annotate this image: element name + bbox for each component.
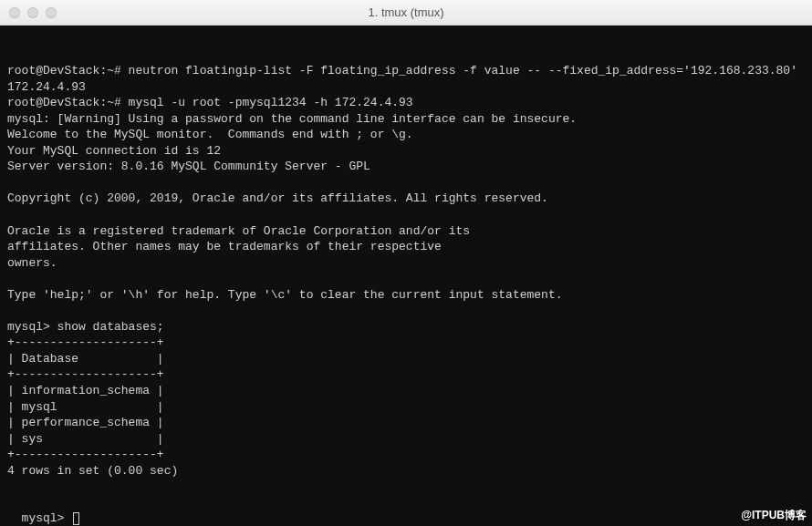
traffic-lights <box>0 7 57 18</box>
terminal-line <box>7 479 805 495</box>
terminal-line: mysql: [Warning] Using a password on the… <box>7 111 805 128</box>
close-icon[interactable] <box>9 7 20 18</box>
window-titlebar: 1. tmux (tmux) <box>0 0 812 26</box>
terminal-line: Your MySQL connection id is 12 <box>7 143 805 160</box>
terminal-line: Welcome to the MySQL monitor. Commands e… <box>7 127 805 143</box>
terminal-line: Oracle is a registered trademark of Orac… <box>7 223 805 240</box>
terminal-line: | information_schema | <box>7 383 805 399</box>
terminal-pane[interactable]: root@DevStack:~# neutron floatingip-list… <box>0 26 812 526</box>
terminal-line: +--------------------+ <box>7 335 805 351</box>
terminal-line: | Database | <box>7 351 805 367</box>
terminal-line: owners. <box>7 255 805 272</box>
minimize-icon[interactable] <box>27 7 38 18</box>
watermark: @ITPUB博客 <box>741 508 807 522</box>
window-title: 1. tmux (tmux) <box>368 5 443 21</box>
terminal-line: Copyright (c) 2000, 2019, Oracle and/or … <box>7 191 805 207</box>
terminal-output: root@DevStack:~# neutron floatingip-list… <box>7 63 805 495</box>
terminal-line: affiliates. Other names may be trademark… <box>7 239 805 255</box>
terminal-line <box>7 303 805 319</box>
terminal-line: | mysql | <box>7 399 805 416</box>
terminal-prompt: mysql> <box>22 511 65 525</box>
terminal-line: mysql> show databases; <box>7 319 805 335</box>
cursor-icon <box>73 512 79 525</box>
terminal-line: +--------------------+ <box>7 447 805 463</box>
terminal-line: Server version: 8.0.16 MySQL Community S… <box>7 159 805 175</box>
terminal-line <box>7 271 805 287</box>
terminal-line: | sys | <box>7 431 805 448</box>
terminal-line: | performance_schema | <box>7 415 805 431</box>
terminal-line: 172.24.4.93 <box>7 79 805 96</box>
terminal-line: root@DevStack:~# mysql -u root -pmysql12… <box>7 95 805 111</box>
terminal-line <box>7 175 805 191</box>
terminal-line: root@DevStack:~# neutron floatingip-list… <box>7 63 805 79</box>
terminal-line: Type 'help;' or '\h' for help. Type '\c'… <box>7 287 805 304</box>
zoom-icon[interactable] <box>46 7 57 18</box>
terminal-line: +--------------------+ <box>7 366 805 383</box>
terminal-line: 4 rows in set (0.00 sec) <box>7 463 805 480</box>
terminal-line <box>7 207 805 223</box>
